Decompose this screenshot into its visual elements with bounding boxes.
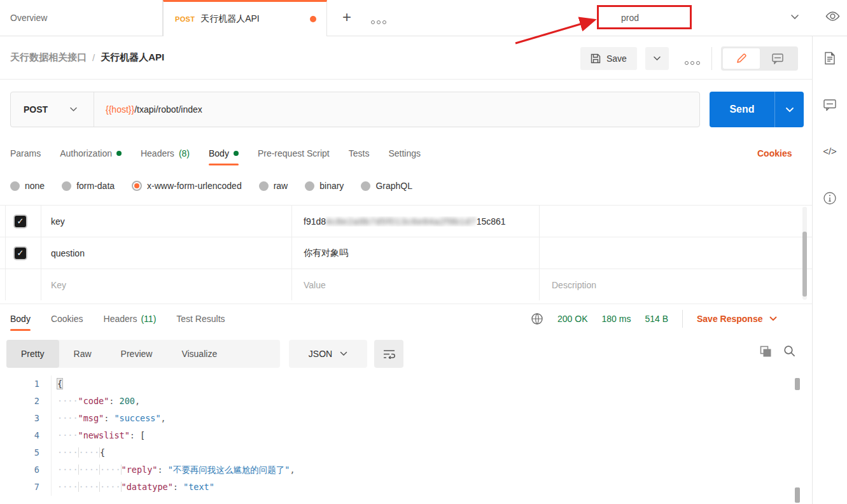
- tab-body[interactable]: Body: [209, 141, 239, 165]
- table-scrollbar-thumb[interactable]: [802, 232, 807, 297]
- response-tab-headers[interactable]: Headers(11): [104, 306, 157, 332]
- method-selector[interactable]: POST: [11, 104, 94, 115]
- indent: ····: [78, 465, 100, 475]
- mode-binary[interactable]: binary: [305, 181, 344, 191]
- environment-dropdown-button[interactable]: [790, 14, 799, 20]
- line-number: 5: [0, 444, 39, 461]
- param-key-cell[interactable]: key: [41, 216, 291, 227]
- url-input[interactable]: {{host}}/txapi/robot/index: [94, 104, 202, 115]
- tab-settings[interactable]: Settings: [388, 141, 421, 165]
- tab-options-button[interactable]: [371, 15, 386, 27]
- row-checkbox[interactable]: ✓: [15, 216, 26, 227]
- param-value-cell[interactable]: 你有对象吗: [291, 248, 539, 259]
- code-scrollbar-thumb[interactable]: [795, 378, 800, 390]
- wrap-lines-button[interactable]: [374, 340, 403, 368]
- wrap-lines-icon: [383, 349, 395, 359]
- indent: ····: [99, 482, 121, 492]
- line-number: 6: [0, 461, 39, 479]
- comments-button[interactable]: [760, 48, 797, 69]
- tab-tests[interactable]: Tests: [349, 141, 370, 165]
- save-response-button[interactable]: Save Response: [697, 314, 777, 324]
- tab-headers[interactable]: Headers(8): [141, 141, 190, 165]
- tab-label: Cookies: [51, 314, 83, 324]
- unsaved-changes-dot: [310, 16, 316, 22]
- param-value-prefix: f91d8: [304, 216, 326, 227]
- response-tab-cookies[interactable]: Cookies: [51, 306, 83, 332]
- view-label: Preview: [121, 349, 153, 359]
- code-line: 2 ····"code": 200,: [0, 393, 792, 410]
- request-more-actions-button[interactable]: [685, 56, 700, 67]
- view-visualize[interactable]: Visualize: [167, 340, 232, 368]
- indent: ····: [78, 447, 100, 458]
- mode-graphql[interactable]: GraphQL: [361, 181, 412, 191]
- value-placeholder: Value: [304, 280, 326, 290]
- mode-none[interactable]: none: [10, 181, 45, 191]
- indent: ····: [57, 465, 78, 475]
- tab-params[interactable]: Params: [10, 141, 41, 165]
- tab-overview[interactable]: Overview: [0, 0, 163, 36]
- environment-quick-look-button[interactable]: [825, 11, 840, 22]
- copy-response-button[interactable]: [760, 346, 772, 358]
- view-preview[interactable]: Preview: [106, 340, 167, 368]
- send-button[interactable]: Send: [710, 92, 804, 127]
- radio-icon: [361, 181, 370, 191]
- search-response-button[interactable]: [783, 345, 795, 357]
- mode-label: none: [25, 181, 45, 191]
- mode-form-data[interactable]: form-data: [62, 181, 115, 191]
- view-raw[interactable]: Raw: [59, 340, 106, 368]
- param-key-cell[interactable]: question: [41, 248, 291, 258]
- response-tab-body[interactable]: Body: [10, 306, 31, 332]
- json-number: 200: [120, 396, 135, 406]
- mode-raw[interactable]: raw: [259, 181, 288, 191]
- copy-icon: [760, 346, 772, 358]
- url-host-variable: {{host}}: [106, 104, 134, 115]
- code-line: 4 ····"newslist": [: [0, 427, 792, 444]
- postman-app-window: Overview POST 天行机器人API + prod: [0, 0, 847, 504]
- tab-authorization[interactable]: Authorization: [60, 141, 122, 165]
- code-snippet-button[interactable]: </>: [823, 146, 837, 157]
- param-key-cell[interactable]: Key: [41, 280, 291, 290]
- json-key: "reply": [121, 465, 158, 475]
- view-pretty[interactable]: Pretty: [6, 340, 59, 368]
- save-button[interactable]: Save: [580, 47, 637, 70]
- cookies-link[interactable]: Cookies: [757, 141, 792, 165]
- radio-selected-icon: [132, 181, 142, 191]
- send-dropdown-button[interactable]: [774, 92, 804, 127]
- save-icon: [591, 53, 601, 64]
- json-comma: ,: [135, 396, 140, 406]
- breadcrumb-collection[interactable]: 天行数据相关接口: [10, 52, 87, 64]
- response-body-editor[interactable]: 1 { 2 ····"code": 200, 3 ····"msg": "suc…: [0, 375, 792, 504]
- response-section-divider: [0, 304, 812, 304]
- tab-label: Body: [209, 148, 229, 158]
- response-language-selector[interactable]: JSON: [289, 340, 367, 368]
- edit-mode-button[interactable]: [723, 48, 760, 69]
- tab-active-request[interactable]: POST 天行机器人API: [163, 0, 327, 36]
- urlencoded-params-table: ✓ key f91d84c8e2a9b7d5f013c6e84a2f9b1d71…: [0, 205, 812, 300]
- tab-label: Body: [10, 314, 31, 324]
- mode-x-www-form-urlencoded[interactable]: x-www-form-urlencoded: [132, 181, 242, 191]
- mode-label: form-data: [76, 181, 115, 191]
- indent: ····: [57, 413, 78, 423]
- globe-icon: [531, 312, 543, 325]
- document-icon: [825, 52, 836, 65]
- save-dropdown-button[interactable]: [645, 47, 669, 70]
- param-description-cell[interactable]: Description: [539, 280, 812, 290]
- method-value: POST: [24, 104, 48, 115]
- response-tab-test-results[interactable]: Test Results: [176, 306, 225, 332]
- comment-icon: [823, 99, 836, 111]
- mode-label: GraphQL: [375, 181, 412, 191]
- new-tab-button[interactable]: +: [337, 8, 356, 27]
- documentation-button[interactable]: [825, 52, 836, 65]
- network-info-button[interactable]: [531, 312, 543, 325]
- param-value-cell[interactable]: f91d84c8e2a9b7d5f013c6e84a2f9b1d715c861: [291, 216, 539, 227]
- request-info-button[interactable]: [823, 192, 837, 205]
- chevron-down-icon: [769, 316, 777, 321]
- row-checkbox[interactable]: ✓: [15, 248, 26, 259]
- comments-panel-button[interactable]: [823, 99, 836, 111]
- panel-scrollbar-thumb[interactable]: [795, 487, 800, 503]
- tab-pre-request-script[interactable]: Pre-request Script: [258, 141, 330, 165]
- tab-request-title: 天行机器人API: [200, 13, 260, 25]
- json-bracket: [: [140, 430, 145, 440]
- param-value-cell[interactable]: Value: [291, 280, 539, 290]
- json-colon: :: [157, 465, 167, 475]
